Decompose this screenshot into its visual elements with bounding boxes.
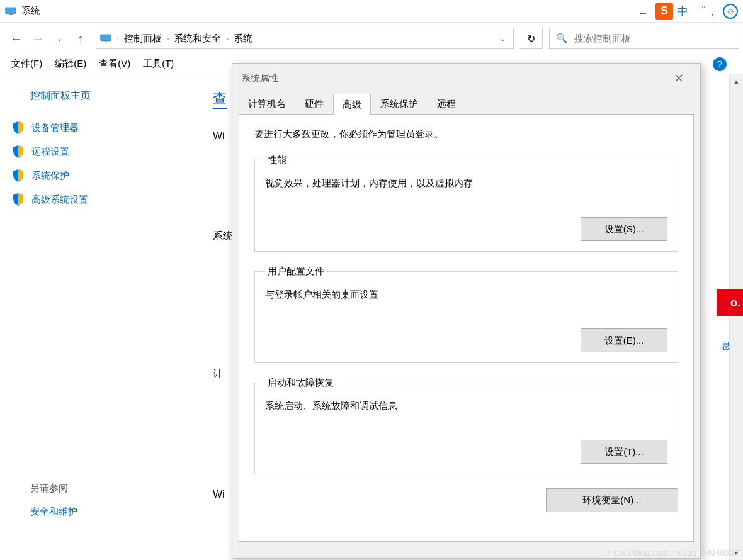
tab-hardware[interactable]: 硬件 xyxy=(295,93,333,114)
svg-rect-1 xyxy=(9,14,13,15)
see-also-heading: 另请参阅 xyxy=(30,483,189,495)
forward-button[interactable]: → xyxy=(29,30,47,47)
chevron-right-icon: › xyxy=(116,35,119,42)
group-description: 与登录帐户相关的桌面设置 xyxy=(265,289,667,301)
environment-variables-button[interactable]: 环境变量(N)... xyxy=(546,488,678,512)
startup-recovery-settings-button[interactable]: 设置(T)... xyxy=(581,440,667,464)
see-also-security-link[interactable]: 安全和维护 xyxy=(30,506,189,518)
sidebar-item-label: 系统保护 xyxy=(31,170,69,182)
group-description: 视觉效果，处理器计划，内存使用，以及虚拟内存 xyxy=(265,177,667,189)
search-input[interactable]: 🔍 搜索控制面板 xyxy=(549,28,739,49)
dialog-body: 要进行大多数更改，你必须作为管理员登录。 性能 视觉效果，处理器计划，内存使用，… xyxy=(239,114,694,542)
dialog-titlebar: 系统属性 xyxy=(232,64,700,92)
group-startup-recovery: 启动和故障恢复 系统启动、系统故障和调试信息 设置(T)... xyxy=(254,377,678,474)
search-placeholder: 搜索控制面板 xyxy=(574,33,631,45)
back-button[interactable]: ← xyxy=(8,30,25,47)
sidebar-item-system-protection[interactable]: 系统保护 xyxy=(13,169,189,182)
ime-emoji-icon[interactable]: ☺ xyxy=(723,4,738,19)
sidebar-item-label: 远程设置 xyxy=(31,146,69,158)
computer-icon xyxy=(5,7,16,16)
breadcrumb-item[interactable]: 系统 xyxy=(234,33,252,45)
dialog-tabstrip: 计算机名 硬件 高级 系统保护 远程 xyxy=(232,92,700,114)
sidebar-item-device-manager[interactable]: 设备管理器 xyxy=(13,121,189,134)
menu-edit[interactable]: 编辑(E) xyxy=(50,55,91,72)
content-link-fragment[interactable]: 息 xyxy=(721,340,730,352)
tab-computer-name[interactable]: 计算机名 xyxy=(239,93,295,114)
menu-tools[interactable]: 工具(T) xyxy=(138,55,179,72)
recent-locations-button[interactable]: ⌄ xyxy=(50,30,68,47)
scroll-up-icon[interactable]: ▲ xyxy=(730,74,743,88)
shield-icon xyxy=(13,193,24,206)
up-button[interactable]: ↑ xyxy=(72,30,89,47)
group-performance: 性能 视觉效果，处理器计划，内存使用，以及虚拟内存 设置(S)... xyxy=(254,154,678,252)
breadcrumb-item[interactable]: 控制面板 xyxy=(124,33,162,45)
scroll-down-icon[interactable]: ▼ xyxy=(730,546,743,560)
close-icon xyxy=(674,74,683,82)
control-panel-home-link[interactable]: 控制面板主页 xyxy=(30,89,189,103)
group-description: 系统启动、系统故障和调试信息 xyxy=(265,400,667,412)
sidebar-item-label: 设备管理器 xyxy=(31,122,79,134)
ime-status[interactable]: 中 ゜， xyxy=(677,4,719,19)
sidebar-item-advanced-settings[interactable]: 高级系统设置 xyxy=(13,193,189,206)
window-title: 系统 xyxy=(21,5,40,17)
menu-file[interactable]: 文件(F) xyxy=(6,55,47,72)
group-user-profiles: 用户配置文件 与登录帐户相关的桌面设置 设置(E)... xyxy=(254,266,678,363)
vertical-scrollbar[interactable]: ▲ ▼ xyxy=(729,74,743,560)
sidebar-item-label: 高级系统设置 xyxy=(31,194,88,206)
address-bar[interactable]: › 控制面板 › 系统和安全 › 系统 ⌄ xyxy=(96,28,514,49)
close-button[interactable] xyxy=(666,69,691,87)
group-legend: 性能 xyxy=(265,154,289,166)
dialog-title: 系统属性 xyxy=(241,72,279,84)
svg-rect-0 xyxy=(6,8,16,14)
content-heading-link[interactable]: 查 xyxy=(213,89,227,109)
system-properties-dialog: 系统属性 计算机名 硬件 高级 系统保护 远程 要进行大多数更改，你必须作为管理… xyxy=(232,63,701,559)
menu-view[interactable]: 查看(V) xyxy=(94,55,135,72)
shield-icon xyxy=(13,145,24,158)
oem-logo-fragment: o. xyxy=(717,289,743,316)
shield-icon xyxy=(13,169,24,182)
navigation-row: ← → ⌄ ↑ › 控制面板 › 系统和安全 › 系统 ⌄ ↻ 🔍 搜索控制面板 xyxy=(0,23,743,54)
user-profiles-settings-button[interactable]: 设置(E)... xyxy=(581,328,667,352)
shield-icon xyxy=(13,121,24,134)
tab-advanced[interactable]: 高级 xyxy=(333,94,371,115)
breadcrumb-item[interactable]: 系统和安全 xyxy=(174,33,221,45)
admin-note: 要进行大多数更改，你必须作为管理员登录。 xyxy=(254,128,678,140)
svg-rect-4 xyxy=(104,42,108,43)
sidebar: 控制面板主页 设备管理器 远程设置 系统保护 高级系统设置 另请参阅 安全和维护 xyxy=(0,74,201,560)
tab-system-protection[interactable]: 系统保护 xyxy=(371,93,428,114)
chevron-right-icon: › xyxy=(167,35,169,42)
ime-sogou-icon[interactable]: S xyxy=(655,3,673,20)
sidebar-item-remote-settings[interactable]: 远程设置 xyxy=(13,145,189,158)
refresh-button[interactable]: ↻ xyxy=(520,28,543,49)
tab-remote[interactable]: 远程 xyxy=(428,93,465,114)
window-titlebar: 系统 S 中 ゜， ☺ xyxy=(0,0,743,23)
search-icon: 🔍 xyxy=(556,33,568,44)
address-dropdown-icon[interactable]: ⌄ xyxy=(496,35,509,43)
computer-icon xyxy=(100,34,111,43)
help-icon[interactable]: ? xyxy=(713,57,727,71)
minimize-button[interactable] xyxy=(634,4,652,18)
svg-rect-3 xyxy=(101,35,111,41)
group-legend: 启动和故障恢复 xyxy=(265,377,336,389)
chevron-right-icon: › xyxy=(226,35,229,42)
group-legend: 用户配置文件 xyxy=(265,266,327,277)
performance-settings-button[interactable]: 设置(S)... xyxy=(581,217,667,241)
